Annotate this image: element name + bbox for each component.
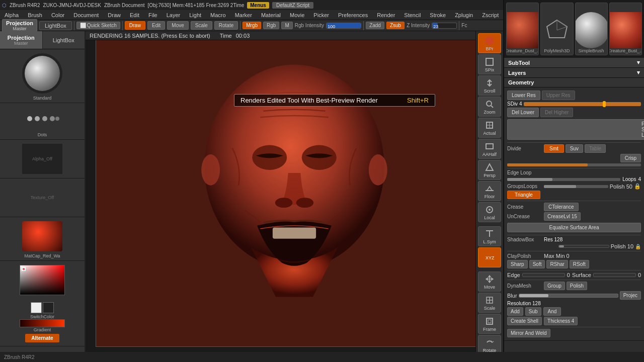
floor-button[interactable]: Floor: [478, 181, 501, 201]
sdiv-slider[interactable]: [524, 102, 641, 106]
menu-brush[interactable]: Brush: [25, 12, 45, 19]
scroll-button[interactable]: Scroll: [478, 75, 501, 96]
persp-button[interactable]: Persp: [478, 160, 501, 180]
layers-header[interactable]: Layers ▾: [504, 68, 644, 78]
menu-picker[interactable]: Picker: [311, 12, 332, 19]
alpha-preview[interactable]: Alpha_Off: [22, 144, 62, 174]
scale-rt-button[interactable]: Scale: [478, 293, 501, 313]
z-intensity-slider[interactable]: 23: [432, 23, 457, 29]
menu-alpha[interactable]: Alpha: [2, 12, 21, 19]
spix-button[interactable]: SPix: [478, 54, 501, 74]
menu-stroke[interactable]: Stroke: [427, 12, 448, 19]
crisp-slider[interactable]: [507, 163, 641, 166]
m-button[interactable]: M: [281, 22, 292, 29]
menu-light[interactable]: Light: [187, 12, 204, 19]
triangle-button[interactable]: Triangle: [507, 191, 540, 199]
aahalf-button[interactable]: AAHalf: [478, 139, 501, 159]
upper-res-button[interactable]: Upper Res: [542, 90, 575, 100]
table-button[interactable]: Table: [585, 144, 606, 153]
quick-sketch-button[interactable]: ⬜ Quick Sketch: [76, 22, 120, 29]
zadd-button[interactable]: Zadd: [366, 22, 384, 29]
xyz-button[interactable]: XYZ: [478, 247, 501, 267]
foreground-color-swatch[interactable]: [31, 302, 42, 313]
lower-res-button[interactable]: Lower Res: [507, 90, 540, 100]
default-script-button[interactable]: DefaultZ Script: [272, 2, 313, 9]
del-higher-button[interactable]: Del Higher: [540, 108, 573, 117]
mrgb-button[interactable]: Mrgb: [243, 22, 261, 29]
menu-stencil[interactable]: Stencil: [401, 12, 423, 19]
brush-thumb-polymesh3d[interactable]: PolyMesh3D: [540, 3, 573, 55]
equalize-surface-button[interactable]: Equalize Surface Area: [507, 223, 641, 232]
subtool-header[interactable]: SubTool ▾: [504, 58, 644, 68]
rgb-intensity-slider[interactable]: 100: [326, 23, 361, 29]
lightbox-btn[interactable]: LightBox: [43, 31, 85, 49]
move-button[interactable]: Move: [167, 21, 188, 30]
geometry-header[interactable]: Geometry: [504, 78, 644, 87]
menu-marker[interactable]: Marker: [232, 12, 255, 19]
menu-material[interactable]: Material: [259, 12, 283, 19]
alternate-button[interactable]: Alternate: [25, 334, 59, 342]
thickness-button[interactable]: Thickness 4: [544, 317, 578, 325]
scale-button[interactable]: Scale: [191, 21, 212, 30]
mirror-weld-button[interactable]: Mirror And Weld: [507, 329, 550, 337]
projection-master-btn[interactable]: Projection Master: [0, 31, 43, 49]
menu-edit[interactable]: Edit: [127, 12, 142, 19]
brush-thumb-creature-dust[interactable]: Creature_Dust_...: [506, 3, 539, 55]
menus-button[interactable]: Menus: [247, 2, 269, 9]
color-picker[interactable]: [20, 265, 65, 300]
polish10-slider[interactable]: [558, 245, 609, 248]
creaselvl-button[interactable]: CreaseLvl 15: [544, 212, 581, 221]
canvas-area[interactable]: Renders Edited Tool With Best-Preview Re…: [86, 31, 503, 352]
menu-movie[interactable]: Movie: [287, 12, 307, 19]
sharp-button[interactable]: Sharp: [507, 260, 528, 268]
draw-button[interactable]: Draw: [125, 21, 145, 30]
rshar-button[interactable]: RShar: [546, 260, 568, 268]
ctolerance-button[interactable]: CTolerance: [544, 203, 579, 211]
canvas-inner[interactable]: [96, 36, 493, 347]
actual-button[interactable]: Actual: [478, 118, 501, 138]
polish-dyn-button[interactable]: Polish: [567, 282, 587, 290]
polish-slider[interactable]: [544, 185, 608, 188]
menu-render[interactable]: Render: [374, 12, 397, 19]
lightbox-button[interactable]: LightBox: [39, 21, 72, 30]
zsub-button[interactable]: Zsub: [386, 22, 405, 29]
suv-button[interactable]: Suv: [566, 144, 583, 153]
group-button[interactable]: Group: [544, 282, 565, 290]
del-lower-button[interactable]: Del Lower: [507, 108, 539, 117]
menu-color[interactable]: Color: [49, 12, 67, 19]
crisp-button[interactable]: Crisp: [620, 154, 641, 162]
texture-preview[interactable]: Texture_Off: [22, 183, 62, 213]
projec-button[interactable]: Projec: [620, 291, 641, 300]
loops-slider[interactable]: [507, 178, 620, 181]
edge-slider[interactable]: [522, 273, 565, 277]
brush-preview[interactable]: [22, 53, 62, 94]
lsym-button[interactable]: L.Sym: [478, 226, 501, 246]
soft-button[interactable]: Soft: [529, 260, 545, 268]
projection-master-button[interactable]: Projection Master: [2, 19, 37, 32]
menu-zplugin[interactable]: Zplugin: [452, 12, 475, 19]
brush-thumb-simplebrush[interactable]: SimpleBrush: [575, 3, 608, 55]
smt-button[interactable]: Smt: [544, 144, 564, 153]
add-button[interactable]: Add: [507, 307, 523, 316]
color-gradient-rect[interactable]: [20, 265, 65, 295]
menu-document[interactable]: Document: [71, 12, 101, 19]
menu-draw[interactable]: Draw: [105, 12, 123, 19]
gradient-preview[interactable]: [20, 319, 65, 327]
background-color-swatch[interactable]: [43, 302, 54, 313]
rgb-button[interactable]: Rgb: [263, 22, 279, 29]
and-button[interactable]: And: [543, 307, 561, 316]
frame-button[interactable]: Frame: [478, 314, 501, 334]
bpr-button[interactable]: BPr: [478, 33, 501, 53]
rotate-rt-button[interactable]: Rotate: [478, 335, 501, 352]
matcap-preview[interactable]: [22, 221, 62, 251]
surface-slider[interactable]: [593, 273, 636, 277]
blur-slider[interactable]: [519, 294, 618, 298]
menu-file[interactable]: File: [146, 12, 160, 19]
zoom-button[interactable]: Zoom: [478, 97, 501, 117]
edit-button[interactable]: Edit: [147, 21, 165, 30]
move-rt-button[interactable]: Move: [478, 272, 501, 292]
menu-layer[interactable]: Layer: [164, 12, 183, 19]
rsoft-button[interactable]: RSoft: [570, 260, 589, 268]
dots-preview[interactable]: [22, 106, 62, 131]
brush-thumb-creature-bust[interactable]: Creature_Bust_...: [609, 3, 642, 55]
